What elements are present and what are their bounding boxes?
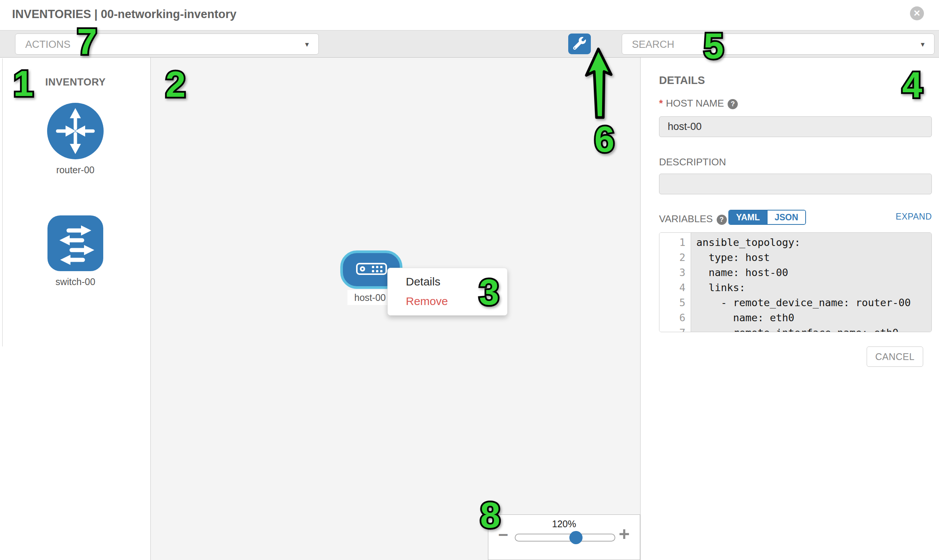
inventory-sidebar: INVENTORY router-00 <box>0 58 151 560</box>
help-icon[interactable]: ? <box>728 99 738 109</box>
host-name-label: HOST NAME <box>666 97 724 109</box>
topology-canvas[interactable]: host-00 Details Remove 120% − + <box>151 58 641 560</box>
tab-json[interactable]: JSON <box>767 211 805 224</box>
sidebar-scroll-track <box>2 58 3 346</box>
editor-code-area[interactable]: ansible_topology: type: host name: host-… <box>691 233 931 332</box>
line-number: 2 <box>659 250 691 265</box>
titlebar: INVENTORIES | 00-networking-inventory ✕ <box>0 0 939 30</box>
context-menu-item-remove[interactable]: Remove <box>388 291 507 311</box>
search-dropdown-label: SEARCH <box>632 39 674 51</box>
variables-code-editor[interactable]: 1 2 3 4 5 6 7 ansible_topology: type: ho… <box>659 232 932 332</box>
toolbar: ACTIONS ▼ SEARCH ▼ <box>0 30 939 58</box>
description-label: DESCRIPTION <box>659 156 726 168</box>
context-menu: Details Remove <box>387 268 507 315</box>
code-line: name: host-00 <box>696 265 931 280</box>
expand-link[interactable]: EXPAND <box>896 212 932 222</box>
host-name-label-row: *HOST NAME? <box>659 97 738 109</box>
zoom-level-value: 120% <box>488 518 640 529</box>
code-line: remote_interface_name: eth0 <box>696 325 931 332</box>
context-menu-item-details[interactable]: Details <box>388 272 507 291</box>
palette-device-switch[interactable]: switch-00 <box>48 215 103 287</box>
line-number: 5 <box>659 295 691 310</box>
details-panel: DETAILS *HOST NAME? DESCRIPTION VARIABLE… <box>641 58 939 560</box>
code-line: type: host <box>696 250 931 265</box>
variables-format-toggle: YAML JSON <box>728 210 806 225</box>
palette-device-router[interactable]: router-00 <box>47 103 103 175</box>
zoom-control: 120% − + <box>488 514 640 560</box>
code-line: links: <box>696 280 931 295</box>
code-line: ansible_topology: <box>696 235 931 250</box>
page-title: INVENTORIES | 00-networking-inventory <box>12 8 236 21</box>
zoom-out-button[interactable]: − <box>498 525 508 545</box>
inventory-panel-title: INVENTORY <box>45 77 106 88</box>
device-label: switch-00 <box>48 277 103 287</box>
code-line: - remote_device_name: router-00 <box>696 295 931 310</box>
details-panel-title: DETAILS <box>659 74 705 87</box>
zoom-in-button[interactable]: + <box>619 523 630 545</box>
zoom-slider-track[interactable] <box>515 534 615 542</box>
variables-label: VARIABLES <box>659 213 713 225</box>
chevron-down-icon: ▼ <box>919 41 926 49</box>
code-line: name: eth0 <box>696 310 931 325</box>
zoom-slider-thumb[interactable] <box>569 531 583 544</box>
host-node-label: host-00 <box>347 290 393 305</box>
line-number: 7 <box>659 325 691 332</box>
description-input[interactable] <box>659 174 932 194</box>
chevron-down-icon: ▼ <box>304 41 310 49</box>
line-number: 4 <box>659 280 691 295</box>
variables-label-row: VARIABLES? <box>659 213 727 225</box>
required-asterisk: * <box>659 97 663 109</box>
editor-line-numbers: 1 2 3 4 5 6 7 <box>659 233 691 332</box>
search-dropdown[interactable]: SEARCH ▼ <box>622 34 934 55</box>
switch-icon <box>48 266 103 272</box>
line-number: 6 <box>659 310 691 325</box>
host-name-input[interactable] <box>659 116 932 137</box>
host-server-icon <box>356 263 387 277</box>
actions-dropdown[interactable]: ACTIONS ▼ <box>15 34 319 55</box>
help-icon[interactable]: ? <box>717 215 727 225</box>
close-icon[interactable]: ✕ <box>910 6 924 20</box>
line-number: 3 <box>659 265 691 280</box>
router-icon <box>47 154 103 160</box>
wrench-icon <box>573 37 586 51</box>
line-number: 1 <box>659 235 691 250</box>
device-label: router-00 <box>47 165 103 175</box>
tools-button[interactable] <box>568 34 591 54</box>
cancel-button[interactable]: CANCEL <box>867 346 923 367</box>
inventory-topology-screen: INVENTORIES | 00-networking-inventory ✕ … <box>0 0 939 560</box>
actions-dropdown-label: ACTIONS <box>25 39 71 51</box>
tab-yaml[interactable]: YAML <box>729 211 767 224</box>
